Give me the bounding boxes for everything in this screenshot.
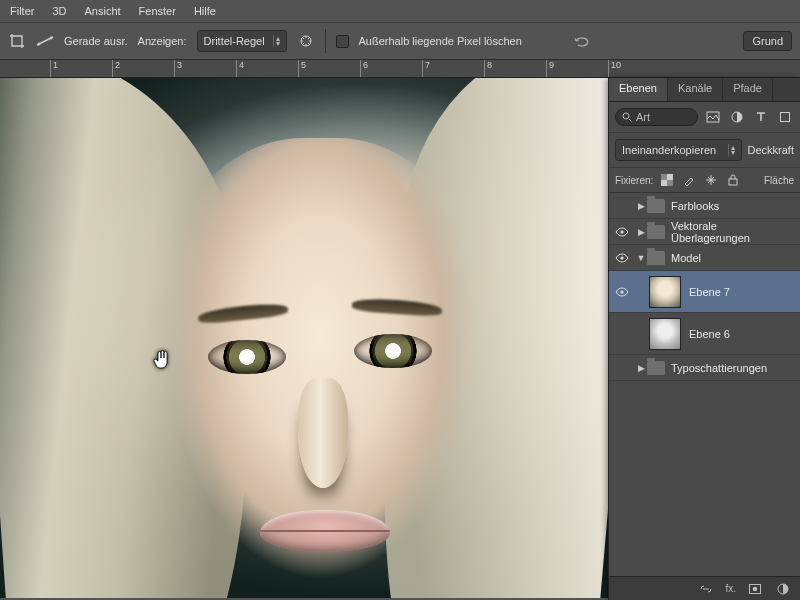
layers-list: ▶ Farblooks ▶ Vektorale Überlagerungen ▼… bbox=[609, 193, 800, 576]
svg-point-13 bbox=[620, 256, 623, 259]
blend-row: Ineinanderkopieren ▴▾ Deckkraft bbox=[609, 133, 800, 168]
collapse-arrow-icon[interactable]: ▼ bbox=[635, 253, 647, 263]
tab-layers[interactable]: Ebenen bbox=[609, 78, 668, 101]
ruler-tick: 6 bbox=[360, 60, 368, 77]
layer-filter-row: Art bbox=[609, 102, 800, 133]
svg-point-0 bbox=[38, 43, 41, 46]
svg-point-12 bbox=[620, 230, 623, 233]
visibility-toggle[interactable] bbox=[609, 253, 635, 263]
straighten-icon[interactable] bbox=[36, 32, 54, 50]
opacity-label: Deckkraft bbox=[748, 144, 794, 156]
svg-point-14 bbox=[620, 290, 623, 293]
hand-cursor-icon bbox=[152, 348, 172, 370]
search-icon bbox=[622, 112, 632, 122]
overlay-dropdown-value: Drittel-Regel bbox=[204, 35, 265, 47]
delete-outside-label: Außerhalb liegende Pixel löschen bbox=[359, 35, 522, 47]
image-content bbox=[208, 340, 286, 374]
overlay-cycle-icon[interactable] bbox=[297, 32, 315, 50]
layer-thumbnail[interactable] bbox=[649, 318, 681, 350]
image-content bbox=[260, 510, 390, 552]
fx-label[interactable]: fx. bbox=[725, 583, 736, 594]
menu-3d[interactable]: 3D bbox=[52, 5, 66, 17]
lock-transparency-icon[interactable] bbox=[659, 172, 675, 188]
visibility-toggle[interactable] bbox=[609, 227, 635, 237]
menu-view[interactable]: Ansicht bbox=[85, 5, 121, 17]
layer-group-model[interactable]: ▼ Model bbox=[609, 245, 800, 271]
lock-row: Fixieren: Fläche bbox=[609, 168, 800, 193]
svg-rect-11 bbox=[729, 179, 737, 185]
eye-icon bbox=[615, 227, 629, 237]
ruler-tick: 10 bbox=[608, 60, 621, 77]
layer-name[interactable]: Model bbox=[671, 252, 796, 264]
overlay-dropdown[interactable]: Drittel-Regel ▴▾ bbox=[197, 30, 287, 52]
layer-name[interactable]: Typoschattierungen bbox=[671, 362, 796, 374]
visibility-toggle[interactable] bbox=[609, 287, 635, 297]
delete-outside-checkbox[interactable] bbox=[336, 35, 349, 48]
ruler-tick: 8 bbox=[484, 60, 492, 77]
ruler-tick: 1 bbox=[50, 60, 58, 77]
layer-group-vectors[interactable]: ▶ Vektorale Überlagerungen bbox=[609, 219, 800, 245]
document-canvas[interactable] bbox=[0, 78, 620, 598]
image-content bbox=[298, 378, 348, 488]
layers-panel-footer: fx. bbox=[609, 576, 800, 600]
lock-all-icon[interactable] bbox=[725, 172, 741, 188]
link-layers-icon[interactable] bbox=[697, 581, 715, 597]
blend-mode-value: Ineinanderkopieren bbox=[622, 144, 716, 156]
layer-filter-dropdown[interactable]: Art bbox=[615, 108, 698, 126]
show-label: Anzeigen: bbox=[138, 35, 187, 47]
expand-arrow-icon[interactable]: ▶ bbox=[635, 201, 647, 211]
ruler-tick: 3 bbox=[174, 60, 182, 77]
layer-name[interactable]: Ebene 7 bbox=[689, 286, 796, 298]
lock-position-icon[interactable] bbox=[703, 172, 719, 188]
filter-adjust-icon[interactable] bbox=[728, 109, 746, 125]
filter-pixel-icon[interactable] bbox=[704, 109, 722, 125]
layer-name[interactable]: Ebene 6 bbox=[689, 328, 796, 340]
crop-tool-icon[interactable] bbox=[8, 32, 26, 50]
svg-point-1 bbox=[50, 37, 53, 40]
options-bar: Gerade ausr. Anzeigen: Drittel-Regel ▴▾ … bbox=[0, 22, 800, 60]
svg-rect-9 bbox=[661, 174, 667, 180]
eye-icon bbox=[615, 253, 629, 263]
ruler-tick: 2 bbox=[112, 60, 120, 77]
menu-help[interactable]: Hilfe bbox=[194, 5, 216, 17]
tab-channels[interactable]: Kanäle bbox=[668, 78, 723, 101]
ruler-tick: 5 bbox=[298, 60, 306, 77]
expand-arrow-icon[interactable]: ▶ bbox=[635, 363, 647, 373]
new-adjustment-icon[interactable] bbox=[774, 581, 792, 597]
menu-window[interactable]: Fenster bbox=[139, 5, 176, 17]
folder-icon bbox=[647, 251, 665, 265]
folder-icon bbox=[647, 225, 665, 239]
ruler-tick: 7 bbox=[422, 60, 430, 77]
layer-group-farblooks[interactable]: ▶ Farblooks bbox=[609, 193, 800, 219]
layer-name[interactable]: Farblooks bbox=[671, 200, 796, 212]
panel-tabs: Ebenen Kanäle Pfade bbox=[609, 78, 800, 102]
lock-pixels-icon[interactable] bbox=[681, 172, 697, 188]
lock-label: Fixieren: bbox=[615, 175, 653, 186]
layer-thumbnail[interactable] bbox=[649, 276, 681, 308]
filter-shape-icon[interactable] bbox=[776, 109, 794, 125]
layers-panel: Ebenen Kanäle Pfade Art Ineinanderkopier… bbox=[608, 78, 800, 600]
filter-type-icon[interactable] bbox=[752, 109, 770, 125]
layer-group-typo[interactable]: ▶ Typoschattierungen bbox=[609, 355, 800, 381]
fill-label: Fläche bbox=[764, 175, 794, 186]
eye-icon bbox=[615, 287, 629, 297]
reset-button[interactable]: Grund bbox=[743, 31, 792, 51]
svg-rect-10 bbox=[667, 180, 673, 186]
horizontal-ruler: 1 2 3 4 5 6 7 8 9 10 bbox=[0, 60, 800, 78]
ruler-tick: 9 bbox=[546, 60, 554, 77]
expand-arrow-icon[interactable]: ▶ bbox=[635, 227, 647, 237]
folder-icon bbox=[647, 199, 665, 213]
tab-paths[interactable]: Pfade bbox=[723, 78, 773, 101]
layer-ebene6[interactable]: Ebene 6 bbox=[609, 313, 800, 355]
add-mask-icon[interactable] bbox=[746, 581, 764, 597]
svg-point-4 bbox=[623, 113, 629, 119]
undo-icon[interactable] bbox=[572, 32, 590, 50]
ruler-tick: 4 bbox=[236, 60, 244, 77]
straighten-label: Gerade ausr. bbox=[64, 35, 128, 47]
menu-filter[interactable]: Filter bbox=[10, 5, 34, 17]
svg-rect-7 bbox=[781, 113, 790, 122]
folder-icon bbox=[647, 361, 665, 375]
layer-name[interactable]: Vektorale Überlagerungen bbox=[671, 220, 796, 244]
blend-mode-dropdown[interactable]: Ineinanderkopieren ▴▾ bbox=[615, 139, 742, 161]
layer-ebene7[interactable]: Ebene 7 bbox=[609, 271, 800, 313]
